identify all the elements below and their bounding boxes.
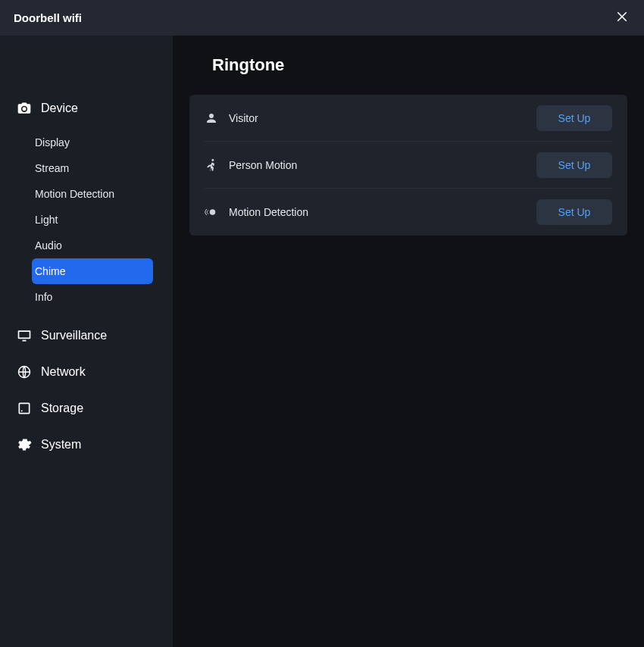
- sidebar-item-stream[interactable]: Stream: [32, 155, 153, 181]
- camera-icon: [17, 101, 32, 116]
- sidebar-section-device[interactable]: Device: [0, 90, 173, 127]
- ringtone-row-visitor: Visitor Set Up: [205, 95, 612, 142]
- running-icon: [205, 158, 218, 172]
- sidebar-item-info[interactable]: Info: [32, 284, 153, 310]
- sidebar-section-label: Device: [41, 102, 78, 115]
- sidebar-section-system[interactable]: System: [0, 427, 173, 463]
- sidebar-subnav-device: Display Stream Motion Detection Light Au…: [0, 130, 173, 310]
- sidebar-item-chime[interactable]: Chime: [32, 258, 153, 284]
- row-label: Person Motion: [229, 159, 297, 171]
- gear-icon: [17, 437, 32, 452]
- disk-icon: [17, 401, 32, 416]
- row-left: Person Motion: [205, 158, 297, 172]
- row-label: Motion Detection: [229, 206, 308, 218]
- close-button[interactable]: [614, 10, 630, 27]
- ringtone-row-motion-detection: Motion Detection Set Up: [205, 189, 612, 236]
- sidebar-section-network[interactable]: Network: [0, 354, 173, 390]
- close-icon: [615, 10, 629, 27]
- row-label: Visitor: [229, 112, 258, 124]
- sidebar-item-light[interactable]: Light: [32, 207, 153, 233]
- window-header: Doorbell wifi: [0, 0, 644, 36]
- sidebar-item-display[interactable]: Display: [32, 130, 153, 155]
- sidebar-item-label: Stream: [35, 162, 69, 174]
- sidebar-item-label: Display: [35, 136, 70, 148]
- person-icon: [205, 111, 218, 125]
- sidebar-item-audio[interactable]: Audio: [32, 233, 153, 258]
- sidebar-item-label: Audio: [35, 239, 62, 252]
- setup-button-visitor[interactable]: Set Up: [536, 105, 612, 131]
- sidebar-section-label: Network: [41, 365, 86, 379]
- sidebar-section-label: System: [41, 438, 81, 452]
- sidebar-item-motion-detection[interactable]: Motion Detection: [32, 181, 153, 207]
- sidebar-item-label: Info: [35, 291, 52, 303]
- row-left: Visitor: [205, 111, 258, 125]
- ringtone-row-person-motion: Person Motion Set Up: [205, 142, 612, 189]
- row-left: Motion Detection: [205, 205, 308, 219]
- sidebar-item-label: Light: [35, 214, 58, 226]
- sidebar: Device Display Stream Motion Detection L…: [0, 36, 173, 647]
- monitor-icon: [17, 328, 32, 343]
- sidebar-item-label: Motion Detection: [35, 188, 114, 200]
- window-title: Doorbell wifi: [14, 11, 82, 24]
- sidebar-item-label: Chime: [35, 265, 65, 277]
- page-title: Ringtone: [212, 55, 284, 75]
- back-button[interactable]: [189, 58, 205, 73]
- page-header: Ringtone: [189, 36, 627, 95]
- globe-icon: [17, 364, 32, 380]
- setup-button-motion-detection[interactable]: Set Up: [536, 199, 612, 225]
- sidebar-section-label: Storage: [41, 402, 83, 415]
- main-content: Ringtone Visitor Set Up Person Motion: [173, 36, 644, 647]
- sidebar-section-label: Surveillance: [41, 329, 107, 342]
- motion-ball-icon: [205, 205, 218, 219]
- sidebar-section-storage[interactable]: Storage: [0, 390, 173, 427]
- svg-point-3: [210, 209, 216, 215]
- sidebar-section-surveillance[interactable]: Surveillance: [0, 317, 173, 354]
- setup-button-person-motion[interactable]: Set Up: [536, 152, 612, 178]
- ringtone-panel: Visitor Set Up Person Motion Set Up: [189, 95, 627, 236]
